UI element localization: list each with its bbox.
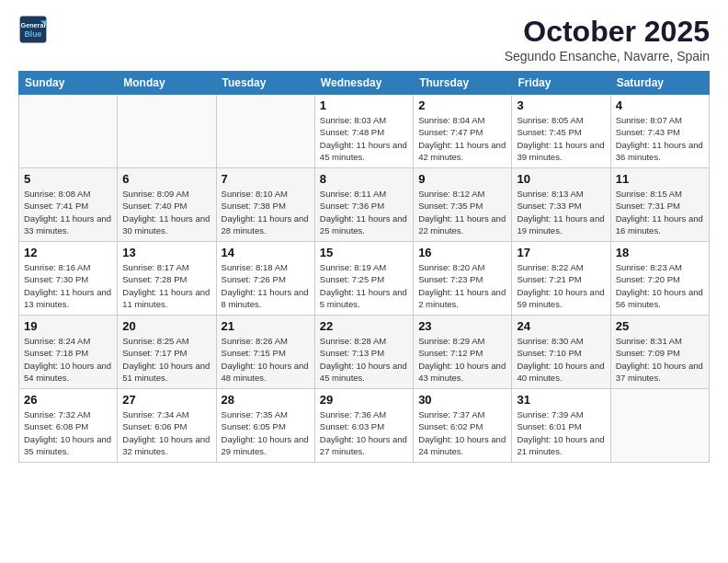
day-cell [118, 95, 216, 168]
day-number: 24 [517, 319, 605, 333]
day-info: Sunrise: 8:29 AM Sunset: 7:12 PM Dayligh… [418, 335, 506, 384]
title-block: October 2025 Segundo Ensanche, Navarre, … [505, 15, 710, 63]
day-cell [216, 95, 314, 168]
day-cell: 20Sunrise: 8:25 AM Sunset: 7:17 PM Dayli… [118, 316, 216, 389]
day-cell: 9Sunrise: 8:12 AM Sunset: 7:35 PM Daylig… [414, 168, 512, 242]
day-info: Sunrise: 7:37 AM Sunset: 6:02 PM Dayligh… [418, 408, 506, 457]
day-info: Sunrise: 8:17 AM Sunset: 7:28 PM Dayligh… [122, 261, 210, 310]
logo-icon: General Blue [18, 15, 48, 44]
weekday-header-wednesday: Wednesday [314, 72, 413, 95]
day-info: Sunrise: 8:23 AM Sunset: 7:20 PM Dayligh… [616, 261, 704, 310]
week-row-4: 19Sunrise: 8:24 AM Sunset: 7:18 PM Dayli… [19, 316, 710, 389]
weekday-header-thursday: Thursday [414, 72, 512, 95]
day-cell: 16Sunrise: 8:20 AM Sunset: 7:23 PM Dayli… [414, 242, 512, 316]
day-cell: 12Sunrise: 8:16 AM Sunset: 7:30 PM Dayli… [19, 242, 118, 316]
day-number: 5 [24, 172, 112, 186]
day-info: Sunrise: 8:22 AM Sunset: 7:21 PM Dayligh… [517, 261, 605, 310]
day-number: 11 [616, 172, 704, 186]
day-info: Sunrise: 8:07 AM Sunset: 7:43 PM Dayligh… [616, 114, 704, 163]
svg-text:Blue: Blue [24, 29, 41, 39]
day-cell: 19Sunrise: 8:24 AM Sunset: 7:18 PM Dayli… [19, 316, 118, 389]
day-number: 26 [24, 393, 112, 407]
day-number: 16 [418, 246, 506, 259]
week-row-1: 1Sunrise: 8:03 AM Sunset: 7:48 PM Daylig… [19, 95, 710, 168]
day-cell: 25Sunrise: 8:31 AM Sunset: 7:09 PM Dayli… [610, 316, 709, 389]
day-cell: 8Sunrise: 8:11 AM Sunset: 7:36 PM Daylig… [314, 168, 413, 242]
weekday-header-monday: Monday [118, 72, 216, 95]
day-number: 20 [122, 319, 210, 333]
day-info: Sunrise: 8:05 AM Sunset: 7:45 PM Dayligh… [517, 114, 605, 163]
day-cell: 30Sunrise: 7:37 AM Sunset: 6:02 PM Dayli… [414, 389, 512, 463]
day-info: Sunrise: 8:19 AM Sunset: 7:25 PM Dayligh… [320, 261, 408, 310]
day-cell: 3Sunrise: 8:05 AM Sunset: 7:45 PM Daylig… [512, 95, 610, 168]
day-cell: 22Sunrise: 8:28 AM Sunset: 7:13 PM Dayli… [314, 316, 413, 389]
day-cell: 13Sunrise: 8:17 AM Sunset: 7:28 PM Dayli… [118, 242, 216, 316]
day-cell: 10Sunrise: 8:13 AM Sunset: 7:33 PM Dayli… [512, 168, 610, 242]
day-cell: 15Sunrise: 8:19 AM Sunset: 7:25 PM Dayli… [314, 242, 413, 316]
day-number: 1 [320, 98, 408, 112]
day-info: Sunrise: 8:20 AM Sunset: 7:23 PM Dayligh… [418, 261, 506, 310]
day-number: 19 [24, 319, 112, 333]
day-number: 31 [517, 393, 605, 407]
day-info: Sunrise: 8:12 AM Sunset: 7:35 PM Dayligh… [418, 188, 506, 236]
day-info: Sunrise: 7:36 AM Sunset: 6:03 PM Dayligh… [320, 408, 408, 457]
day-number: 12 [24, 246, 112, 259]
calendar-header: SundayMondayTuesdayWednesdayThursdayFrid… [19, 72, 710, 95]
svg-text:General: General [21, 21, 46, 29]
day-number: 30 [418, 393, 506, 407]
week-row-3: 12Sunrise: 8:16 AM Sunset: 7:30 PM Dayli… [19, 242, 710, 316]
day-number: 4 [616, 98, 704, 112]
day-cell: 6Sunrise: 8:09 AM Sunset: 7:40 PM Daylig… [118, 168, 216, 242]
day-info: Sunrise: 8:10 AM Sunset: 7:38 PM Dayligh… [222, 188, 310, 236]
day-info: Sunrise: 7:35 AM Sunset: 6:05 PM Dayligh… [222, 408, 310, 457]
day-number: 6 [122, 172, 210, 186]
day-cell: 31Sunrise: 7:39 AM Sunset: 6:01 PM Dayli… [512, 389, 610, 463]
day-number: 25 [616, 319, 704, 333]
day-cell: 21Sunrise: 8:26 AM Sunset: 7:15 PM Dayli… [216, 316, 314, 389]
day-info: Sunrise: 8:25 AM Sunset: 7:17 PM Dayligh… [122, 335, 210, 384]
day-cell: 26Sunrise: 7:32 AM Sunset: 6:08 PM Dayli… [19, 389, 118, 463]
day-number: 18 [616, 246, 704, 259]
day-info: Sunrise: 8:16 AM Sunset: 7:30 PM Dayligh… [24, 261, 112, 310]
day-info: Sunrise: 8:28 AM Sunset: 7:13 PM Dayligh… [320, 335, 408, 384]
day-number: 21 [222, 319, 310, 333]
day-cell: 14Sunrise: 8:18 AM Sunset: 7:26 PM Dayli… [216, 242, 314, 316]
day-info: Sunrise: 8:15 AM Sunset: 7:31 PM Dayligh… [616, 188, 704, 236]
day-number: 17 [517, 246, 605, 259]
day-info: Sunrise: 8:13 AM Sunset: 7:33 PM Dayligh… [517, 188, 605, 236]
weekday-header-saturday: Saturday [610, 72, 709, 95]
day-cell: 17Sunrise: 8:22 AM Sunset: 7:21 PM Dayli… [512, 242, 610, 316]
day-cell: 24Sunrise: 8:30 AM Sunset: 7:10 PM Dayli… [512, 316, 610, 389]
day-number: 28 [222, 393, 310, 407]
weekday-header-tuesday: Tuesday [216, 72, 314, 95]
day-number: 14 [222, 246, 310, 259]
header: General Blue October 2025 Segundo Ensanc… [18, 15, 710, 63]
day-number: 27 [122, 393, 210, 407]
month-title: October 2025 [505, 15, 710, 49]
day-cell: 1Sunrise: 8:03 AM Sunset: 7:48 PM Daylig… [314, 95, 413, 168]
day-cell: 28Sunrise: 7:35 AM Sunset: 6:05 PM Dayli… [216, 389, 314, 463]
day-info: Sunrise: 8:26 AM Sunset: 7:15 PM Dayligh… [222, 335, 310, 384]
day-info: Sunrise: 7:32 AM Sunset: 6:08 PM Dayligh… [24, 408, 112, 457]
day-cell: 18Sunrise: 8:23 AM Sunset: 7:20 PM Dayli… [610, 242, 709, 316]
day-number: 3 [517, 98, 605, 112]
day-info: Sunrise: 7:39 AM Sunset: 6:01 PM Dayligh… [517, 408, 605, 457]
weekday-header-friday: Friday [512, 72, 610, 95]
day-number: 13 [122, 246, 210, 259]
calendar-container: General Blue October 2025 Segundo Ensanc… [0, 0, 728, 481]
day-cell [19, 95, 118, 168]
day-info: Sunrise: 8:31 AM Sunset: 7:09 PM Dayligh… [616, 335, 704, 384]
day-cell: 5Sunrise: 8:08 AM Sunset: 7:41 PM Daylig… [19, 168, 118, 242]
day-number: 8 [320, 172, 408, 186]
day-number: 15 [320, 246, 408, 259]
day-info: Sunrise: 8:18 AM Sunset: 7:26 PM Dayligh… [222, 261, 310, 310]
calendar-body: 1Sunrise: 8:03 AM Sunset: 7:48 PM Daylig… [19, 95, 710, 463]
day-number: 22 [320, 319, 408, 333]
day-number: 2 [418, 98, 506, 112]
day-cell: 4Sunrise: 8:07 AM Sunset: 7:43 PM Daylig… [610, 95, 709, 168]
day-number: 10 [517, 172, 605, 186]
day-number: 29 [320, 393, 408, 407]
weekday-header-row: SundayMondayTuesdayWednesdayThursdayFrid… [19, 72, 710, 95]
day-cell: 7Sunrise: 8:10 AM Sunset: 7:38 PM Daylig… [216, 168, 314, 242]
day-number: 9 [418, 172, 506, 186]
